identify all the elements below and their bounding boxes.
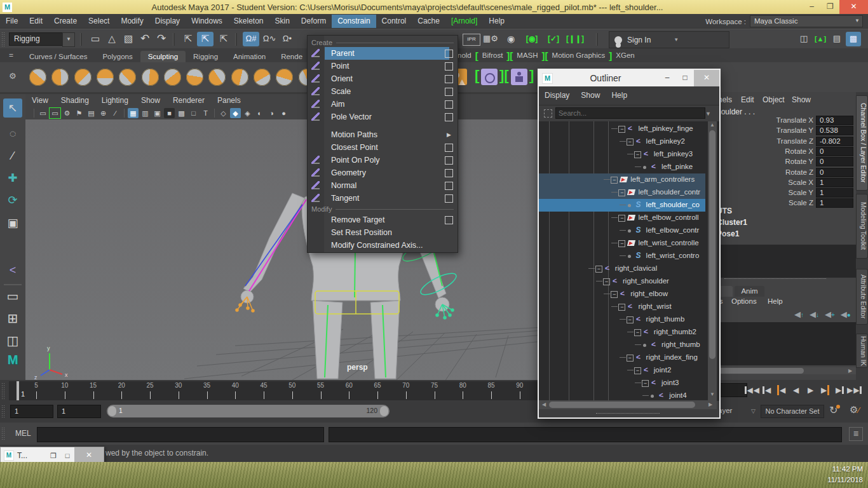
- tab-modeling-toolkit[interactable]: Modeling Toolkit: [856, 194, 868, 259]
- layer-menu-options[interactable]: Options: [731, 297, 757, 305]
- option-box-tangent[interactable]: [445, 194, 453, 203]
- outliner-item-right-elbow[interactable]: −<right_elbow: [539, 288, 705, 301]
- spray-tool-icon[interactable]: [186, 69, 203, 86]
- layer-list[interactable]: [699, 322, 856, 365]
- go-to-end-button[interactable]: ▶▶: [847, 383, 862, 398]
- scroll-down-arrow[interactable]: ▼: [708, 391, 717, 398]
- divider[interactable]: [173, 33, 175, 46]
- menu-item-display[interactable]: Display: [149, 15, 186, 28]
- option-box-geometry[interactable]: [445, 169, 453, 177]
- shelf-tab-polygons[interactable]: Polygons: [95, 51, 140, 62]
- shadows-icon[interactable]: ◑: [266, 108, 277, 118]
- grease-pencil-icon[interactable]: ∕: [110, 108, 121, 118]
- scroll-right-arrow[interactable]: ▶: [707, 402, 714, 408]
- menu-item-normal[interactable]: Normal: [325, 179, 449, 192]
- grip[interactable]: [1, 427, 6, 441]
- step-forward-frame-button[interactable]: ▶: [832, 383, 847, 398]
- option-box-orient[interactable]: [445, 75, 453, 83]
- shelf-tab-curves-surfaces[interactable]: Curves / Surfaces: [22, 51, 95, 62]
- scrollbar-thumb[interactable]: [549, 402, 695, 408]
- gate-mask-icon[interactable]: ■: [164, 108, 175, 118]
- outliner-item-right-thumb[interactable]: <right_thumb: [539, 339, 705, 351]
- panel-menu-shading[interactable]: Shading: [55, 96, 95, 105]
- outliner-item-joint2[interactable]: −<joint2: [539, 364, 705, 377]
- panel-menu-lighting[interactable]: Lighting: [95, 96, 135, 105]
- expand-toggle-icon[interactable]: −: [627, 316, 634, 323]
- camera-attributes-icon[interactable]: ⚙: [62, 108, 72, 118]
- scroll-up-arrow[interactable]: ▲: [708, 121, 717, 129]
- taskbar-clock[interactable]: 11:42 PM 11/11/2018: [827, 464, 863, 485]
- channel-box-icon[interactable]: ▩: [846, 32, 861, 46]
- flatten-tool-icon[interactable]: [142, 69, 159, 86]
- range-slider[interactable]: 1 120: [107, 405, 390, 417]
- shelf-tab-rigging[interactable]: Rigging: [186, 51, 226, 62]
- lock-camera-icon[interactable]: ▭: [50, 108, 60, 118]
- render-settings-icon[interactable]: ▦⚙: [483, 32, 498, 46]
- search-input[interactable]: [555, 107, 705, 119]
- outliner-item-right-wrist[interactable]: −<right_wrist: [539, 301, 705, 313]
- menu-item-set-rest-position[interactable]: Set Rest Position: [325, 226, 449, 239]
- channel-value-rotate-x[interactable]: 0: [816, 147, 853, 156]
- character-set-dropdown[interactable]: No Character Set: [761, 405, 824, 418]
- restore-button[interactable]: ❐: [821, 1, 839, 13]
- channel-box-menu-object[interactable]: Object: [763, 95, 785, 104]
- filter-icon[interactable]: [544, 109, 552, 118]
- rotate-tool-icon[interactable]: ⟳: [3, 191, 22, 210]
- modeling-toolkit-icon[interactable]: ◫: [797, 32, 811, 46]
- save-scene-icon[interactable]: ▧: [121, 32, 136, 46]
- outliner-item-joint4[interactable]: <joint4: [539, 390, 705, 401]
- channel-value-scale-y[interactable]: 1: [816, 188, 853, 198]
- imprint-tool-icon[interactable]: [231, 69, 248, 86]
- layer-editor-tab-anim[interactable]: Anim: [735, 286, 764, 297]
- channel-box-menu-edit[interactable]: Edit: [741, 95, 754, 104]
- expand-toggle-icon[interactable]: −: [611, 291, 618, 298]
- edit-joints-tool-icon[interactable]: <: [3, 261, 22, 280]
- menu-item-point-on-poly[interactable]: Point On Poly: [325, 154, 449, 166]
- snap-to-grid-icon[interactable]: Ω#: [243, 32, 259, 46]
- close-button[interactable]: ✕: [839, 0, 868, 14]
- panel-menu-view[interactable]: View: [25, 96, 55, 105]
- shelf-gear-icon[interactable]: ⚙: [9, 71, 17, 81]
- shelf-tab-sculpting[interactable]: Sculpting: [140, 51, 186, 62]
- playback-start-field[interactable]: 1: [57, 405, 101, 418]
- redo-icon[interactable]: ↷: [154, 32, 169, 46]
- outliner-window[interactable]: M Outliner – □ ✕ DisplayShowHelp ▼ −<lef…: [538, 69, 721, 419]
- divider[interactable]: [235, 33, 237, 46]
- menu-item-scale[interactable]: Scale: [325, 85, 449, 98]
- expand-toggle-icon[interactable]: −: [603, 278, 610, 285]
- maximize-button[interactable]: □: [676, 71, 694, 85]
- outliner-item-left-wrist-controlle[interactable]: −left_wrist_controlle: [539, 237, 705, 250]
- shelf-tab-xgen[interactable]: XGen: [612, 50, 638, 61]
- panel-splitter[interactable]: [724, 278, 826, 279]
- divider[interactable]: [80, 33, 82, 46]
- option-box-point-on-poly[interactable]: [445, 156, 453, 165]
- play-forwards-button[interactable]: ▶: [803, 383, 818, 398]
- smooth-tool-icon[interactable]: [51, 69, 69, 86]
- sign-in-widget[interactable]: Sign In ▼: [609, 31, 729, 48]
- select-component-icon[interactable]: ⇱: [216, 32, 231, 46]
- move-tool-icon[interactable]: ✚: [3, 168, 22, 187]
- shelf-tab-rende[interactable]: Rende: [273, 51, 307, 62]
- safe-title-icon[interactable]: T: [200, 108, 211, 118]
- outliner-item-right-clavical[interactable]: −<right_clavical: [539, 262, 705, 275]
- channel-value-scale-z[interactable]: 1: [816, 198, 853, 208]
- menu-item-motion-paths[interactable]: Motion Paths: [325, 128, 449, 141]
- arnold-update-tx-icon[interactable]: [✓]: [544, 32, 563, 46]
- paint-select-tool-icon[interactable]: ∕: [3, 146, 22, 165]
- mash-character-shelf-icon[interactable]: [511, 69, 527, 85]
- menu-item-cache[interactable]: Cache: [412, 15, 445, 28]
- grip[interactable]: [1, 383, 6, 399]
- bookmark-icon[interactable]: ⚑: [74, 108, 85, 118]
- panel-menu-panels[interactable]: Panels: [211, 96, 247, 105]
- expand-toggle-icon[interactable]: −: [611, 177, 618, 184]
- lasso-tool-icon[interactable]: ◌: [3, 124, 22, 143]
- menuset-dropdown[interactable]: Rigging: [9, 32, 68, 46]
- expand-toggle-icon[interactable]: −: [618, 304, 625, 311]
- outliner-item-left-elbow-controll[interactable]: −left_elbow_controll: [539, 212, 705, 224]
- menu-item-constrain[interactable]: Constrain: [332, 15, 376, 28]
- close-button[interactable]: ✕: [694, 70, 719, 86]
- use-default-material-icon[interactable]: ◐: [254, 108, 265, 118]
- two-pane-layout-icon[interactable]: ◫: [3, 331, 22, 350]
- hypershade-icon[interactable]: ◉: [503, 32, 519, 46]
- grip[interactable]: [1, 405, 6, 419]
